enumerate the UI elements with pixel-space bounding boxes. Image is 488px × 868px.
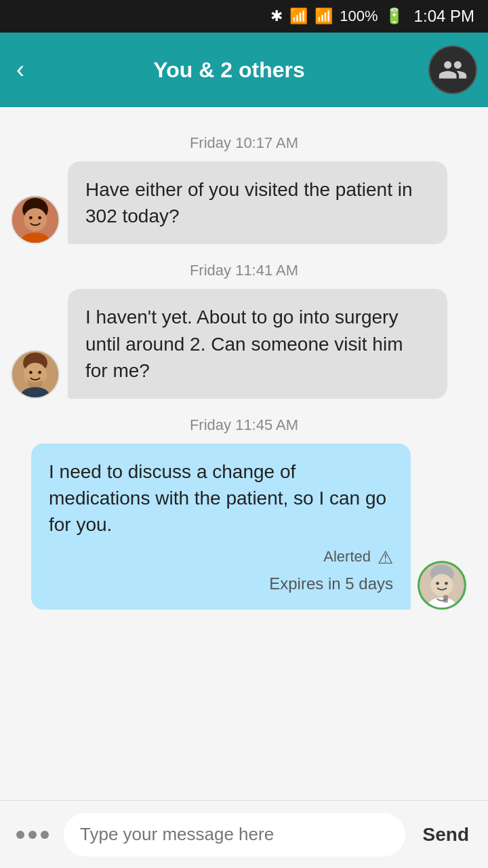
back-icon: ‹ — [16, 56, 24, 83]
bluetooth-icon: ✱ — [270, 7, 283, 25]
svg-point-10 — [38, 371, 41, 374]
message-row-1: Have either of you visited the patient i… — [0, 161, 488, 244]
expires-text: Expires in 5 days — [49, 572, 393, 595]
timestamp-3: Friday 11:45 AM — [0, 416, 488, 434]
avatar-male2 — [418, 561, 466, 610]
bubble-2: I haven't yet. About to go into surgery … — [68, 289, 447, 399]
message-row-2: I haven't yet. About to go into surgery … — [0, 289, 488, 399]
bubble-3: I need to discuss a change of medication… — [31, 443, 411, 610]
wifi-icon: 📶 — [289, 7, 308, 25]
avatar-female — [11, 195, 60, 244]
battery-icon: 🔋 — [385, 7, 403, 25]
dot-3 — [41, 831, 49, 839]
svg-point-14 — [431, 574, 453, 597]
svg-point-4 — [38, 216, 41, 220]
signal-icon: 📶 — [314, 7, 333, 25]
message-text-2: I haven't yet. About to go into surgery … — [85, 307, 403, 380]
svg-point-9 — [29, 371, 33, 374]
dot-2 — [28, 831, 37, 839]
alerted-row: Alerted ⚠ — [49, 545, 393, 570]
timestamp-2: Friday 11:41 AM — [0, 262, 488, 279]
svg-rect-18 — [443, 595, 448, 603]
avatar-female-image — [12, 195, 58, 244]
avatar-male2-image — [420, 561, 464, 610]
avatar-male1-image — [12, 350, 58, 399]
message-text-1: Have either of you visited the patient i… — [85, 179, 413, 226]
status-bar: ✱ 📶 📶 100% 🔋 1:04 PM — [0, 0, 488, 33]
attachments-button[interactable] — [11, 825, 54, 844]
back-button[interactable]: ‹ — [11, 52, 30, 87]
warning-icon: ⚠ — [378, 545, 393, 570]
svg-point-3 — [29, 216, 33, 220]
message-row-3: I need to discuss a change of medication… — [0, 443, 488, 610]
svg-point-2 — [24, 208, 47, 231]
group-icon — [438, 55, 468, 85]
battery-percent: 100% — [340, 7, 378, 25]
status-time: 1:04 PM — [414, 7, 474, 26]
group-members-button[interactable] — [428, 45, 477, 94]
header: ‹ You & 2 others — [0, 33, 488, 107]
chat-area: Friday 10:17 AM Have either of you visit… — [0, 107, 488, 800]
bubble-1: Have either of you visited the patient i… — [68, 161, 447, 244]
svg-point-15 — [436, 582, 439, 585]
bottom-bar: Send — [0, 800, 488, 868]
timestamp-1: Friday 10:17 AM — [0, 134, 488, 152]
avatar-male1 — [11, 350, 60, 399]
alerted-label: Alerted — [323, 547, 371, 568]
message-input[interactable] — [64, 813, 405, 856]
header-title: You & 2 others — [30, 58, 428, 83]
send-button[interactable]: Send — [415, 818, 477, 851]
svg-point-16 — [445, 582, 448, 585]
dot-1 — [16, 831, 24, 839]
message-text-3: I need to discuss a change of medication… — [49, 461, 386, 535]
